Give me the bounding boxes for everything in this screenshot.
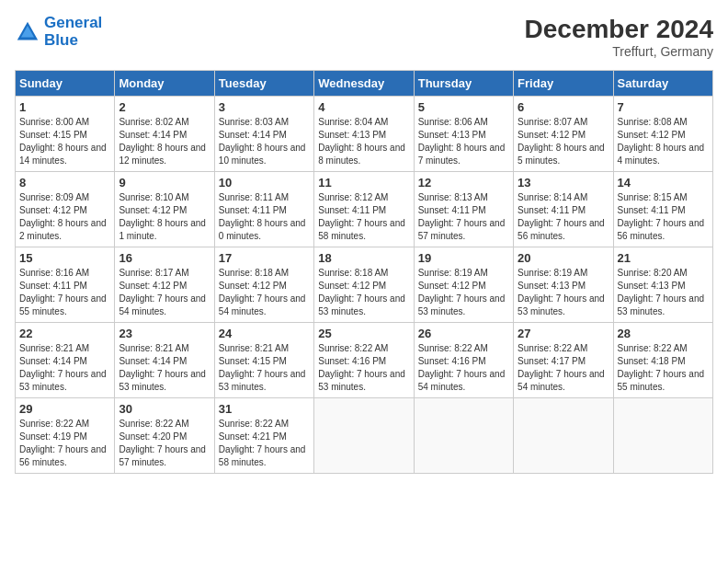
cell-info: Sunrise: 8:08 AMSunset: 4:12 PMDaylight:… (618, 117, 705, 166)
cell-info: Sunrise: 8:20 AMSunset: 4:13 PMDaylight:… (618, 268, 705, 316)
calendar-cell: 9 Sunrise: 8:10 AMSunset: 4:12 PMDayligh… (115, 172, 214, 247)
calendar-cell: 1 Sunrise: 8:00 AMSunset: 4:15 PMDayligh… (16, 97, 115, 172)
day-number: 9 (119, 176, 210, 190)
calendar-cell: 22 Sunrise: 8:21 AMSunset: 4:14 PMDaylig… (16, 323, 115, 398)
day-number: 25 (318, 327, 409, 340)
calendar-cell (314, 398, 414, 474)
cell-info: Sunrise: 8:19 AMSunset: 4:13 PMDaylight:… (518, 268, 605, 316)
calendar-cell: 10 Sunrise: 8:11 AMSunset: 4:11 PMDaylig… (214, 172, 313, 247)
logo-icon (15, 19, 40, 45)
calendar-cell (613, 398, 712, 474)
calendar-cell: 8 Sunrise: 8:09 AMSunset: 4:12 PMDayligh… (16, 172, 115, 247)
logo: General Blue (15, 15, 102, 49)
calendar-cell: 29 Sunrise: 8:22 AMSunset: 4:19 PMDaylig… (16, 398, 115, 474)
cell-info: Sunrise: 8:19 AMSunset: 4:12 PMDaylight:… (418, 268, 506, 316)
cell-info: Sunrise: 8:09 AMSunset: 4:12 PMDaylight:… (19, 192, 107, 241)
calendar-cell: 16 Sunrise: 8:17 AMSunset: 4:12 PMDaylig… (115, 247, 214, 323)
calendar-cell: 27 Sunrise: 8:22 AMSunset: 4:17 PMDaylig… (514, 323, 613, 398)
calendar-cell: 26 Sunrise: 8:22 AMSunset: 4:16 PMDaylig… (414, 323, 513, 398)
day-number: 15 (19, 251, 110, 265)
day-number: 21 (618, 251, 709, 265)
calendar-cell: 25 Sunrise: 8:22 AMSunset: 4:16 PMDaylig… (314, 323, 414, 398)
cell-info: Sunrise: 8:16 AMSunset: 4:11 PMDaylight:… (19, 268, 107, 316)
page-header: General Blue December 2024 Treffurt, Ger… (15, 15, 713, 59)
calendar-cell: 23 Sunrise: 8:21 AMSunset: 4:14 PMDaylig… (115, 323, 214, 398)
calendar-week-row: 8 Sunrise: 8:09 AMSunset: 4:12 PMDayligh… (16, 172, 713, 247)
location: Treffurt, Germany (525, 44, 713, 59)
day-header-wednesday: Wednesday (314, 71, 414, 97)
cell-info: Sunrise: 8:11 AMSunset: 4:11 PMDaylight:… (219, 192, 306, 241)
cell-info: Sunrise: 8:15 AMSunset: 4:11 PMDaylight:… (618, 192, 705, 241)
cell-info: Sunrise: 8:22 AMSunset: 4:19 PMDaylight:… (19, 419, 107, 467)
day-number: 20 (518, 251, 609, 265)
title-block: December 2024 Treffurt, Germany (525, 15, 713, 59)
day-number: 3 (219, 100, 310, 114)
cell-info: Sunrise: 8:12 AMSunset: 4:11 PMDaylight:… (318, 192, 405, 241)
calendar-cell: 28 Sunrise: 8:22 AMSunset: 4:18 PMDaylig… (613, 323, 712, 398)
day-number: 23 (119, 327, 210, 340)
calendar-table: SundayMondayTuesdayWednesdayThursdayFrid… (15, 70, 713, 474)
day-number: 24 (219, 327, 310, 340)
cell-info: Sunrise: 8:22 AMSunset: 4:17 PMDaylight:… (518, 343, 605, 392)
cell-info: Sunrise: 8:07 AMSunset: 4:12 PMDaylight:… (518, 117, 605, 166)
calendar-cell: 3 Sunrise: 8:03 AMSunset: 4:14 PMDayligh… (214, 97, 313, 172)
day-header-thursday: Thursday (414, 71, 513, 97)
cell-info: Sunrise: 8:22 AMSunset: 4:20 PMDaylight:… (119, 419, 206, 467)
day-number: 7 (618, 100, 709, 114)
cell-info: Sunrise: 8:18 AMSunset: 4:12 PMDaylight:… (318, 268, 405, 316)
calendar-week-row: 22 Sunrise: 8:21 AMSunset: 4:14 PMDaylig… (16, 323, 713, 398)
day-number: 6 (518, 100, 609, 114)
cell-info: Sunrise: 8:06 AMSunset: 4:13 PMDaylight:… (418, 117, 506, 166)
day-number: 5 (418, 100, 509, 114)
day-header-tuesday: Tuesday (214, 71, 313, 97)
cell-info: Sunrise: 8:18 AMSunset: 4:12 PMDaylight:… (219, 268, 306, 316)
calendar-cell: 12 Sunrise: 8:13 AMSunset: 4:11 PMDaylig… (414, 172, 513, 247)
day-header-monday: Monday (115, 71, 214, 97)
day-number: 14 (618, 176, 709, 190)
day-number: 28 (618, 327, 709, 340)
cell-info: Sunrise: 8:10 AMSunset: 4:12 PMDaylight:… (119, 192, 206, 241)
cell-info: Sunrise: 8:22 AMSunset: 4:16 PMDaylight:… (318, 343, 405, 392)
calendar-cell: 14 Sunrise: 8:15 AMSunset: 4:11 PMDaylig… (613, 172, 712, 247)
cell-info: Sunrise: 8:22 AMSunset: 4:21 PMDaylight:… (219, 419, 306, 467)
cell-info: Sunrise: 8:00 AMSunset: 4:15 PMDaylight:… (19, 117, 107, 166)
calendar-cell: 24 Sunrise: 8:21 AMSunset: 4:15 PMDaylig… (214, 323, 313, 398)
day-number: 12 (418, 176, 509, 190)
day-number: 4 (318, 100, 409, 114)
calendar-cell: 4 Sunrise: 8:04 AMSunset: 4:13 PMDayligh… (314, 97, 414, 172)
cell-info: Sunrise: 8:21 AMSunset: 4:15 PMDaylight:… (219, 343, 306, 392)
cell-info: Sunrise: 8:14 AMSunset: 4:11 PMDaylight:… (518, 192, 605, 241)
cell-info: Sunrise: 8:17 AMSunset: 4:12 PMDaylight:… (119, 268, 206, 316)
cell-info: Sunrise: 8:21 AMSunset: 4:14 PMDaylight:… (19, 343, 107, 392)
day-number: 13 (518, 176, 609, 190)
day-number: 17 (219, 251, 310, 265)
day-number: 26 (418, 327, 509, 340)
day-number: 18 (318, 251, 409, 265)
cell-info: Sunrise: 8:22 AMSunset: 4:18 PMDaylight:… (618, 343, 705, 392)
day-header-sunday: Sunday (16, 71, 115, 97)
cell-info: Sunrise: 8:21 AMSunset: 4:14 PMDaylight:… (119, 343, 206, 392)
day-header-friday: Friday (514, 71, 613, 97)
day-number: 2 (119, 100, 210, 114)
cell-info: Sunrise: 8:04 AMSunset: 4:13 PMDaylight:… (318, 117, 405, 166)
cell-info: Sunrise: 8:02 AMSunset: 4:14 PMDaylight:… (119, 117, 206, 166)
calendar-cell: 20 Sunrise: 8:19 AMSunset: 4:13 PMDaylig… (514, 247, 613, 323)
day-number: 16 (119, 251, 210, 265)
calendar-cell (414, 398, 513, 474)
day-number: 27 (518, 327, 609, 340)
day-number: 29 (19, 402, 110, 416)
cell-info: Sunrise: 8:22 AMSunset: 4:16 PMDaylight:… (418, 343, 506, 392)
calendar-cell: 17 Sunrise: 8:18 AMSunset: 4:12 PMDaylig… (214, 247, 313, 323)
day-number: 11 (318, 176, 409, 190)
calendar-week-row: 15 Sunrise: 8:16 AMSunset: 4:11 PMDaylig… (16, 247, 713, 323)
calendar-cell: 6 Sunrise: 8:07 AMSunset: 4:12 PMDayligh… (514, 97, 613, 172)
calendar-cell: 18 Sunrise: 8:18 AMSunset: 4:12 PMDaylig… (314, 247, 414, 323)
calendar-cell: 11 Sunrise: 8:12 AMSunset: 4:11 PMDaylig… (314, 172, 414, 247)
calendar-week-row: 1 Sunrise: 8:00 AMSunset: 4:15 PMDayligh… (16, 97, 713, 172)
calendar-cell: 21 Sunrise: 8:20 AMSunset: 4:13 PMDaylig… (613, 247, 712, 323)
day-number: 31 (219, 402, 310, 416)
day-number: 10 (219, 176, 310, 190)
calendar-cell: 31 Sunrise: 8:22 AMSunset: 4:21 PMDaylig… (214, 398, 313, 474)
calendar-cell: 13 Sunrise: 8:14 AMSunset: 4:11 PMDaylig… (514, 172, 613, 247)
cell-info: Sunrise: 8:03 AMSunset: 4:14 PMDaylight:… (219, 117, 306, 166)
